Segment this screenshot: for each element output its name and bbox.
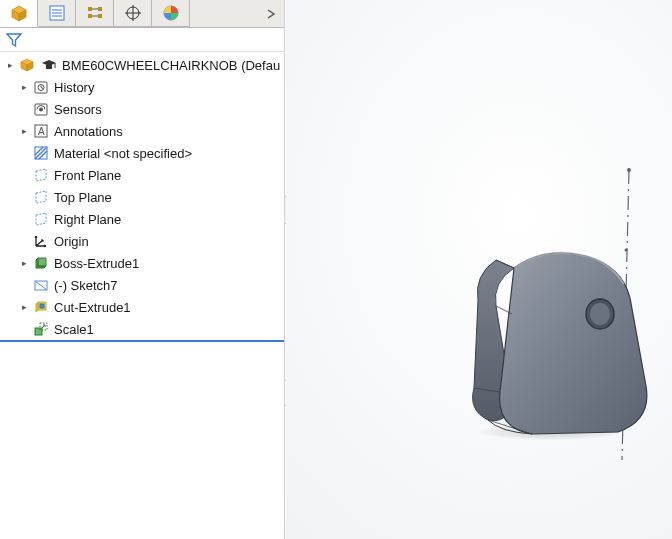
tree-item-label: Front Plane xyxy=(54,168,121,183)
tab-feature-manager[interactable] xyxy=(0,0,38,27)
expander-icon[interactable]: ▸ xyxy=(18,125,30,137)
svg-line-37 xyxy=(35,281,47,290)
svg-line-30 xyxy=(35,147,43,155)
panel-tab-bar xyxy=(0,0,284,28)
svg-rect-8 xyxy=(88,14,92,18)
tree-item[interactable]: ▸History xyxy=(0,76,284,98)
filter-icon[interactable] xyxy=(6,32,22,48)
svg-rect-11 xyxy=(98,7,102,11)
svg-line-31 xyxy=(39,151,47,159)
plane-icon xyxy=(32,166,50,184)
tree-item[interactable]: ▸Origin xyxy=(0,230,284,252)
tree-root-part[interactable]: ▸ BME60CWHEELCHAIRKNOB (Defau xyxy=(0,54,284,76)
feature-tree[interactable]: ▸ BME60CWHEELCHAIRKNOB (Defau ▸History▸S… xyxy=(0,52,284,342)
svg-text:A: A xyxy=(38,126,45,137)
tree-root-label: BME60CWHEELCHAIRKNOB (Defau xyxy=(62,58,280,73)
svg-rect-40 xyxy=(40,304,44,308)
tab-bar-spacer xyxy=(190,0,258,27)
tree-item-label: Boss-Extrude1 xyxy=(54,256,139,271)
expander-icon[interactable]: ▸ xyxy=(4,59,16,71)
expander-icon[interactable]: ▸ xyxy=(18,257,30,269)
model-front-face xyxy=(500,253,647,434)
tree-item[interactable]: ▸Front Plane xyxy=(0,164,284,186)
tree-item[interactable]: ▸Boss-Extrude1 xyxy=(0,252,284,274)
tree-item-label: Right Plane xyxy=(54,212,121,227)
annotations-icon: A xyxy=(32,122,50,140)
tree-item[interactable]: ▸(-) Sketch7 xyxy=(0,274,284,296)
tree-rollback-bar[interactable] xyxy=(0,340,284,342)
tab-property-manager[interactable] xyxy=(38,0,76,27)
origin-icon xyxy=(32,232,50,250)
svg-marker-39 xyxy=(36,302,38,312)
tree-item[interactable]: ▸Scale1 xyxy=(0,318,284,340)
cube-icon xyxy=(10,4,28,22)
tree-item-label: Cut-Extrude1 xyxy=(54,300,131,315)
tab-configuration-manager[interactable] xyxy=(76,0,114,27)
cut-extrude-icon xyxy=(32,298,50,316)
filter-row xyxy=(0,28,284,52)
plane-icon xyxy=(32,188,50,206)
grad-cap-icon xyxy=(40,56,58,74)
tree-item[interactable]: ▸Top Plane xyxy=(0,186,284,208)
tree-item-label: Origin xyxy=(54,234,89,249)
svg-rect-7 xyxy=(88,7,92,11)
material-icon xyxy=(32,144,50,162)
tree-item-label: Material <not specified> xyxy=(54,146,192,161)
graphics-viewport[interactable] xyxy=(286,0,672,539)
svg-point-44 xyxy=(627,168,631,172)
tree-item-label: Sensors xyxy=(54,102,102,117)
svg-rect-21 xyxy=(46,65,52,69)
sketch-icon xyxy=(32,276,50,294)
model-render xyxy=(286,0,672,539)
plane-icon xyxy=(32,210,50,228)
svg-point-45 xyxy=(625,249,628,252)
appearance-icon xyxy=(162,4,180,22)
tab-display-manager[interactable] xyxy=(152,0,190,27)
boss-extrude-icon xyxy=(32,254,50,272)
svg-rect-41 xyxy=(35,328,42,335)
tree-item[interactable]: ▸Material <not specified> xyxy=(0,142,284,164)
tree-item-label: Scale1 xyxy=(54,322,94,337)
panel-collapse-button[interactable] xyxy=(258,0,284,27)
expander-icon[interactable]: ▸ xyxy=(18,81,30,93)
svg-marker-35 xyxy=(36,266,46,268)
tree-item[interactable]: ▸Right Plane xyxy=(0,208,284,230)
svg-point-26 xyxy=(39,108,43,112)
crosshair-icon xyxy=(124,4,142,22)
expander-icon[interactable]: ▸ xyxy=(18,301,30,313)
tab-dimxpert[interactable] xyxy=(114,0,152,27)
history-icon xyxy=(32,78,50,96)
sensors-icon xyxy=(32,100,50,118)
tree-item-label: (-) Sketch7 xyxy=(54,278,118,293)
tree-item[interactable]: ▸Sensors xyxy=(0,98,284,120)
tree-item-label: Top Plane xyxy=(54,190,112,205)
scale-icon xyxy=(32,320,50,338)
svg-rect-12 xyxy=(98,14,102,18)
tree-item[interactable]: ▸Cut-Extrude1 xyxy=(0,296,284,318)
tree-item-label: History xyxy=(54,80,94,95)
tree-item-label: Annotations xyxy=(54,124,123,139)
feature-tree-panel: ▸ BME60CWHEELCHAIRKNOB (Defau ▸History▸S… xyxy=(0,0,285,539)
config-icon xyxy=(86,4,104,22)
chevron-right-icon xyxy=(266,9,276,19)
property-icon xyxy=(48,4,66,22)
part-icon xyxy=(18,56,36,74)
svg-marker-33 xyxy=(38,258,46,266)
model-hole-inner xyxy=(590,303,610,325)
tree-item[interactable]: ▸AAnnotations xyxy=(0,120,284,142)
